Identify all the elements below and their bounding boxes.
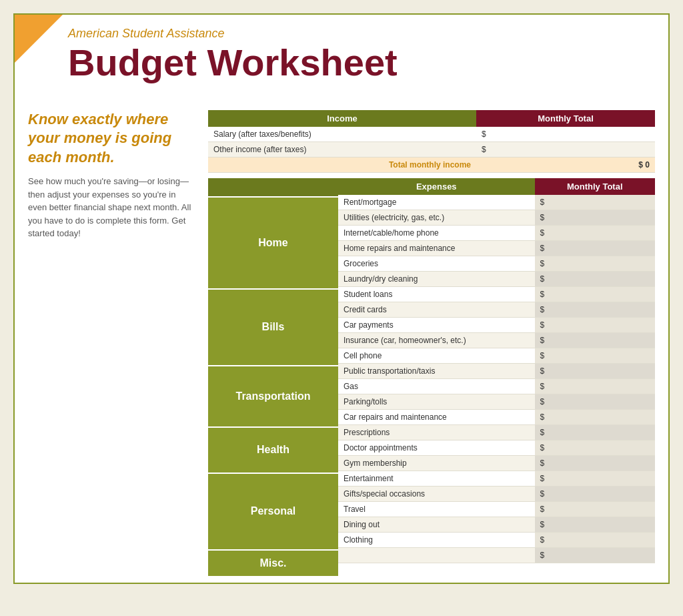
expense-dining: Dining out $ bbox=[338, 517, 655, 532]
header: American Student Assistance Budget Works… bbox=[15, 15, 668, 90]
category-bills: Bills bbox=[208, 288, 338, 365]
expense-gifts-value[interactable]: $ bbox=[535, 486, 656, 501]
expense-insurance-label: Insurance (car, homeowner's, etc.) bbox=[338, 332, 535, 348]
expense-laundry-value[interactable]: $ bbox=[535, 271, 656, 286]
expense-gym: Gym membership $ bbox=[338, 455, 655, 471]
expense-cell-phone: Cell phone $ bbox=[338, 348, 655, 363]
expense-prescriptions-label: Prescriptions bbox=[338, 424, 535, 440]
expense-rent-value[interactable]: $ bbox=[535, 195, 656, 210]
expense-travel-label: Travel bbox=[338, 501, 535, 517]
expense-car-repairs: Car repairs and maintenance $ bbox=[338, 409, 655, 424]
income-row-salary: Salary (after taxes/benefits) $ bbox=[208, 127, 655, 142]
income-other-label: Other income (after taxes) bbox=[208, 141, 476, 157]
expense-cell-phone-label: Cell phone bbox=[338, 348, 535, 363]
category-transportation: Transportation bbox=[208, 365, 338, 426]
expenses-table-wrap: Expenses Monthly Total Rent/mortgage $ bbox=[338, 178, 655, 576]
expense-parking: Parking/tolls $ bbox=[338, 394, 655, 409]
expense-groceries-value[interactable]: $ bbox=[535, 256, 656, 271]
expenses-table: Expenses Monthly Total Rent/mortgage $ bbox=[338, 178, 655, 563]
income-salary-label: Salary (after taxes/benefits) bbox=[208, 127, 476, 142]
expense-clothing-value[interactable]: $ bbox=[535, 532, 656, 547]
income-total-label: Total monthly income bbox=[208, 157, 476, 172]
expense-doctor-label: Doctor appointments bbox=[338, 440, 535, 455]
expense-public-transport: Public transportation/taxis $ bbox=[338, 363, 655, 378]
expense-internet: Internet/cable/home phone $ bbox=[338, 225, 655, 240]
category-home: Home bbox=[208, 196, 338, 288]
expense-prescriptions-value[interactable]: $ bbox=[535, 424, 656, 440]
expense-parking-value[interactable]: $ bbox=[535, 394, 656, 409]
income-header-total: Monthly Total bbox=[476, 110, 655, 127]
expense-groceries-label: Groceries bbox=[338, 256, 535, 271]
expenses-area: Home Bills Transportation Health Persona… bbox=[208, 178, 655, 576]
expense-car-repairs-label: Car repairs and maintenance bbox=[338, 409, 535, 424]
expense-misc: $ bbox=[338, 547, 655, 563]
expense-credit-cards: Credit cards $ bbox=[338, 302, 655, 317]
expense-rent-label: Rent/mortgage bbox=[338, 195, 535, 210]
expense-insurance: Insurance (car, homeowner's, etc.) $ bbox=[338, 332, 655, 348]
expense-rent: Rent/mortgage $ bbox=[338, 195, 655, 210]
expense-credit-cards-label: Credit cards bbox=[338, 302, 535, 317]
expense-car-payments: Car payments $ bbox=[338, 317, 655, 332]
expense-credit-cards-value[interactable]: $ bbox=[535, 302, 656, 317]
expense-misc-value[interactable]: $ bbox=[535, 547, 656, 563]
expense-travel: Travel $ bbox=[338, 501, 655, 517]
expenses-header-category: Expenses bbox=[338, 178, 535, 195]
expense-doctor-value[interactable]: $ bbox=[535, 440, 656, 455]
expense-utilities-label: Utilities (electricity, gas, etc.) bbox=[338, 210, 535, 225]
expense-gifts-label: Gifts/special occasions bbox=[338, 486, 535, 501]
body-area: Know exactly where your money is going e… bbox=[15, 97, 668, 583]
category-header-spacer bbox=[208, 178, 338, 196]
expense-gas-label: Gas bbox=[338, 378, 535, 394]
expense-gym-label: Gym membership bbox=[338, 455, 535, 471]
expense-prescriptions: Prescriptions $ bbox=[338, 424, 655, 440]
expense-clothing-label: Clothing bbox=[338, 532, 535, 547]
header-subtitle: American Student Assistance bbox=[68, 27, 648, 41]
expense-doctor: Doctor appointments $ bbox=[338, 440, 655, 455]
expense-parking-label: Parking/tolls bbox=[338, 394, 535, 409]
income-total-value[interactable]: $ 0 bbox=[476, 157, 655, 172]
expense-internet-label: Internet/cable/home phone bbox=[338, 225, 535, 240]
income-other-value[interactable]: $ bbox=[476, 141, 655, 157]
expense-utilities-value[interactable]: $ bbox=[535, 210, 656, 225]
header-title: Budget Worksheet bbox=[68, 42, 648, 83]
expense-home-repairs-label: Home repairs and maintenance bbox=[338, 240, 535, 256]
page-container: American Student Assistance Budget Works… bbox=[13, 13, 670, 584]
income-header-category: Income bbox=[208, 110, 476, 127]
expense-gifts: Gifts/special occasions $ bbox=[338, 486, 655, 501]
expense-entertainment-value[interactable]: $ bbox=[535, 471, 656, 486]
expense-utilities: Utilities (electricity, gas, etc.) $ bbox=[338, 210, 655, 225]
expense-gas-value[interactable]: $ bbox=[535, 378, 656, 394]
right-column: Income Monthly Total Salary (after taxes… bbox=[208, 110, 655, 576]
expense-cell-phone-value[interactable]: $ bbox=[535, 348, 656, 363]
income-total-row: Total monthly income $ 0 bbox=[208, 157, 655, 172]
intro-headline: Know exactly where your money is going e… bbox=[28, 110, 195, 168]
expense-public-transport-value[interactable]: $ bbox=[535, 363, 656, 378]
expense-entertainment-label: Entertainment bbox=[338, 471, 535, 486]
decorative-stripes bbox=[15, 90, 668, 97]
expense-car-repairs-value[interactable]: $ bbox=[535, 409, 656, 424]
left-column: Know exactly where your money is going e… bbox=[28, 110, 195, 576]
expense-misc-label bbox=[338, 547, 535, 563]
expense-laundry: Laundry/dry cleaning $ bbox=[338, 271, 655, 286]
expense-student-loans-value[interactable]: $ bbox=[535, 286, 656, 302]
expense-clothing: Clothing $ bbox=[338, 532, 655, 547]
expense-home-repairs: Home repairs and maintenance $ bbox=[338, 240, 655, 256]
expense-public-transport-label: Public transportation/taxis bbox=[338, 363, 535, 378]
expense-home-repairs-value[interactable]: $ bbox=[535, 240, 656, 256]
expense-gym-value[interactable]: $ bbox=[535, 455, 656, 471]
expense-travel-value[interactable]: $ bbox=[535, 501, 656, 517]
expense-dining-label: Dining out bbox=[338, 517, 535, 532]
expense-internet-value[interactable]: $ bbox=[535, 225, 656, 240]
income-salary-value[interactable]: $ bbox=[476, 127, 655, 142]
expense-insurance-value[interactable]: $ bbox=[535, 332, 656, 348]
expense-gas: Gas $ bbox=[338, 378, 655, 394]
category-labels: Home Bills Transportation Health Persona… bbox=[208, 178, 338, 576]
expense-dining-value[interactable]: $ bbox=[535, 517, 656, 532]
category-misc: Misc. bbox=[208, 549, 338, 576]
expense-entertainment: Entertainment $ bbox=[338, 471, 655, 486]
income-row-other: Other income (after taxes) $ bbox=[208, 141, 655, 157]
expense-laundry-label: Laundry/dry cleaning bbox=[338, 271, 535, 286]
expenses-header-total: Monthly Total bbox=[535, 178, 656, 195]
intro-body: See how much you're saving—or losing—the… bbox=[28, 175, 195, 240]
expense-car-payments-value[interactable]: $ bbox=[535, 317, 656, 332]
